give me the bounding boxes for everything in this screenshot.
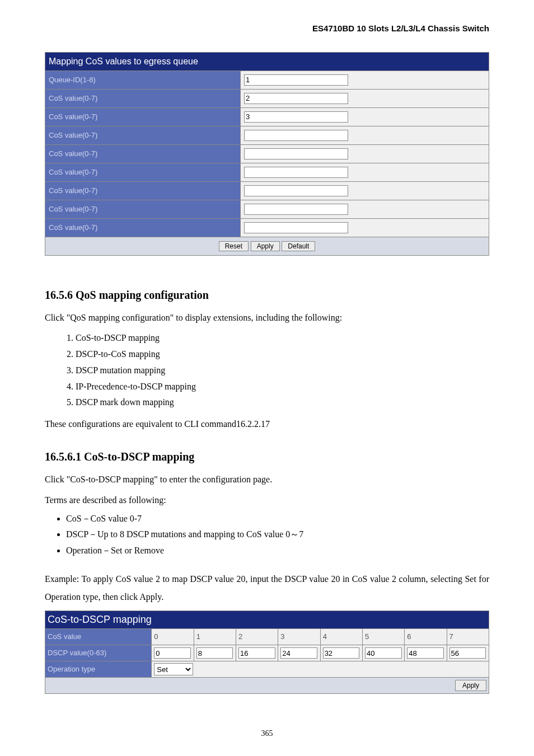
operation-type-label: Operation type — [45, 661, 152, 678]
example-text: Example: To apply CoS value 2 to map DSC… — [45, 570, 489, 606]
subsection-p2: Terms are described as following: — [45, 492, 489, 509]
label-cos-1: CoS value(0-7) — [45, 89, 241, 107]
value-cell — [240, 163, 489, 181]
label-cos-2: CoS value(0-7) — [45, 107, 241, 126]
page-number: 365 — [45, 727, 489, 739]
reset-button[interactable]: Reset — [219, 241, 249, 251]
input-cos-1[interactable] — [244, 93, 348, 104]
table2-title: CoS-to-DSCP mapping — [45, 611, 489, 629]
dscp-cell — [362, 645, 404, 661]
dscp-cell — [152, 645, 194, 661]
value-cell — [240, 144, 489, 163]
value-cell — [240, 181, 489, 200]
input-cos-6[interactable] — [244, 185, 348, 196]
label-cos-4: CoS value(0-7) — [45, 144, 241, 163]
dscp-input-5[interactable] — [365, 647, 402, 659]
cos-val-6: 6 — [405, 629, 447, 645]
dscp-input-1[interactable] — [196, 647, 233, 659]
dscp-value-label: DSCP value(0-63) — [45, 645, 152, 661]
cos-val-0: 0 — [152, 629, 194, 645]
dscp-cell — [320, 645, 362, 661]
cos-val-1: 1 — [194, 629, 236, 645]
bullet-item: DSCP－Up to 8 DSCP mutations and mapping … — [66, 527, 489, 543]
operation-cell: Set — [152, 661, 489, 678]
dscp-input-2[interactable] — [238, 647, 275, 659]
apply-button-2[interactable]: Apply — [455, 680, 486, 691]
cos-val-3: 3 — [278, 629, 320, 645]
dscp-cell — [405, 645, 447, 661]
apply-button[interactable]: Apply — [251, 241, 280, 251]
list-item: DSCP mark down mapping — [76, 395, 489, 411]
section-list: CoS-to-DSCP mapping DSCP-to-CoS mapping … — [45, 330, 489, 411]
dscp-cell — [236, 645, 278, 661]
cos-value-label: CoS value — [45, 629, 152, 645]
bullet-item: Operation－Set or Remove — [66, 543, 489, 559]
dscp-cell — [194, 645, 236, 661]
section-intro: Click "QoS mapping configuration" to dis… — [45, 310, 489, 326]
label-queue-id: Queue-ID(1-8) — [45, 71, 241, 89]
input-cos-7[interactable] — [244, 204, 348, 215]
dscp-cell — [447, 645, 489, 661]
cos-to-dscp-table: CoS-to-DSCP mapping CoS value 0 1 2 3 4 … — [45, 611, 489, 694]
value-cell — [240, 126, 489, 144]
input-cos-2[interactable] — [244, 111, 348, 123]
label-cos-8: CoS value(0-7) — [45, 218, 241, 237]
list-item: IP-Precedence-to-DSCP mapping — [76, 379, 489, 395]
dscp-input-3[interactable] — [280, 647, 317, 659]
page-header: ES4710BD 10 Slots L2/L3/L4 Chassis Switc… — [45, 22, 489, 35]
input-queue-id[interactable] — [244, 74, 348, 86]
subsection-title-text: CoS-to-DSCP mapping — [84, 450, 194, 463]
dscp-input-6[interactable] — [407, 647, 444, 659]
cos-val-2: 2 — [236, 629, 278, 645]
cos-val-7: 7 — [447, 629, 489, 645]
list-item: CoS-to-DSCP mapping — [76, 330, 489, 346]
value-cell — [240, 89, 489, 107]
subsection-number: 16.5.6.1 — [45, 450, 81, 463]
mapping-cos-egress-table: Mapping CoS values to egress queue Queue… — [45, 52, 489, 256]
dscp-input-4[interactable] — [323, 647, 360, 659]
input-cos-8[interactable] — [244, 222, 348, 233]
section-title-text: QoS mapping configuration — [76, 289, 209, 301]
cos-val-4: 4 — [320, 629, 362, 645]
input-cos-4[interactable] — [244, 148, 348, 159]
operation-type-select[interactable]: Set — [154, 663, 193, 675]
section-note: These configurations are equivalent to C… — [45, 416, 489, 433]
button-row: Reset Apply Default — [45, 237, 489, 255]
dscp-input-7[interactable] — [449, 647, 486, 659]
apply-row: Apply — [45, 678, 489, 694]
section-heading: 16.5.6 QoS mapping configuration — [45, 287, 489, 303]
label-cos-5: CoS value(0-7) — [45, 163, 241, 181]
label-cos-6: CoS value(0-7) — [45, 181, 241, 200]
subsection-heading: 16.5.6.1 CoS-to-DSCP mapping — [45, 448, 489, 465]
list-item: DSCP mutation mapping — [76, 363, 489, 379]
list-item: DSCP-to-CoS mapping — [76, 346, 489, 363]
bullet-item: CoS－CoS value 0-7 — [66, 511, 489, 527]
value-cell — [240, 71, 489, 89]
default-button[interactable]: Default — [282, 241, 315, 251]
table1-title: Mapping CoS values to egress queue — [45, 52, 489, 71]
input-cos-3[interactable] — [244, 130, 348, 141]
subsection-p1: Click "CoS-to-DSCP mapping" to enter the… — [45, 472, 489, 488]
bullet-list: CoS－CoS value 0-7 DSCP－Up to 8 DSCP muta… — [45, 511, 489, 559]
input-cos-5[interactable] — [244, 167, 348, 178]
label-cos-3: CoS value(0-7) — [45, 126, 241, 144]
value-cell — [240, 218, 489, 237]
value-cell — [240, 107, 489, 126]
cos-val-5: 5 — [362, 629, 404, 645]
dscp-input-0[interactable] — [154, 647, 191, 659]
section-number: 16.5.6 — [45, 289, 73, 301]
label-cos-7: CoS value(0-7) — [45, 200, 241, 218]
value-cell — [240, 200, 489, 218]
dscp-cell — [278, 645, 320, 661]
